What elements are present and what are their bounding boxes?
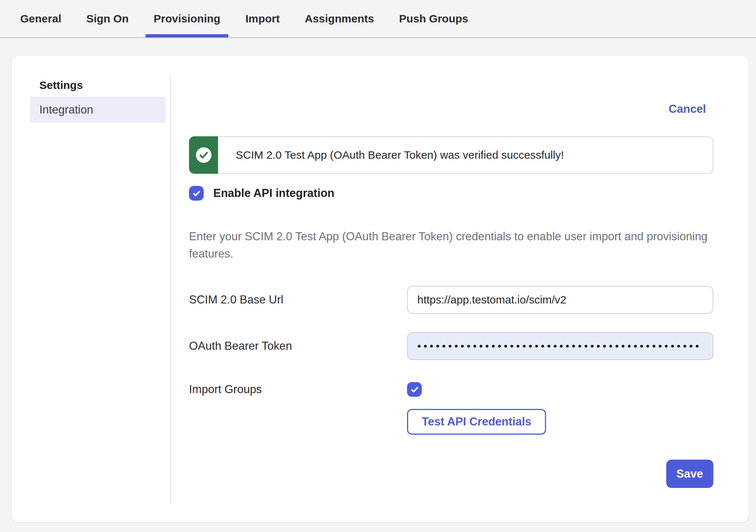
enable-api-row: Enable API integration	[189, 186, 713, 201]
test-api-credentials-button[interactable]: Test API Credentials	[407, 409, 546, 435]
tab-sign-on[interactable]: Sign On	[78, 0, 137, 37]
sidebar-divider	[170, 75, 171, 504]
sidebar-heading: Settings	[39, 79, 171, 91]
tab-general[interactable]: General	[12, 0, 69, 37]
oauth-token-input[interactable]	[407, 332, 713, 360]
oauth-token-row: OAuth Bearer Token	[189, 332, 713, 360]
import-groups-checkbox[interactable]	[407, 382, 422, 397]
oauth-token-label: OAuth Bearer Token	[189, 339, 407, 353]
check-icon	[410, 385, 420, 395]
credentials-description: Enter your SCIM 2.0 Test App (OAuth Bear…	[189, 228, 711, 262]
tab-import[interactable]: Import	[237, 0, 288, 37]
enable-api-checkbox[interactable]	[189, 186, 204, 201]
check-circle-icon	[195, 147, 212, 163]
scim-base-url-input[interactable]	[407, 286, 713, 314]
tab-push-groups[interactable]: Push Groups	[391, 0, 476, 37]
tab-provisioning[interactable]: Provisioning	[146, 0, 229, 37]
tab-assignments[interactable]: Assignments	[297, 0, 382, 37]
check-icon	[192, 188, 202, 198]
save-row: Save	[189, 460, 713, 488]
scim-base-url-row: SCIM 2.0 Base Url	[189, 286, 713, 314]
alert-body: SCIM 2.0 Test App (OAuth Bearer Token) w…	[218, 136, 713, 174]
enable-api-label: Enable API integration	[213, 187, 335, 200]
save-button[interactable]: Save	[666, 460, 713, 488]
import-groups-row: Import Groups	[189, 382, 713, 397]
tab-bar: General Sign On Provisioning Import Assi…	[0, 0, 756, 38]
alert-icon-panel	[189, 136, 218, 174]
alert-message: SCIM 2.0 Test App (OAuth Bearer Token) w…	[236, 149, 564, 161]
sidebar-item-integration[interactable]: Integration	[30, 97, 165, 123]
scim-base-url-label: SCIM 2.0 Base Url	[189, 293, 407, 306]
sidebar: Settings Integration	[12, 56, 171, 522]
provisioning-card: Settings Integration Cancel SCIM 2.0 Tes…	[12, 56, 748, 522]
import-groups-label: Import Groups	[189, 383, 407, 396]
cancel-row: Cancel	[189, 102, 713, 116]
main-panel: Cancel SCIM 2.0 Test App (OAuth Bearer T…	[171, 56, 748, 522]
success-alert: SCIM 2.0 Test App (OAuth Bearer Token) w…	[189, 136, 713, 174]
test-credentials-row: Test API Credentials	[189, 409, 713, 435]
cancel-link[interactable]: Cancel	[668, 102, 706, 116]
